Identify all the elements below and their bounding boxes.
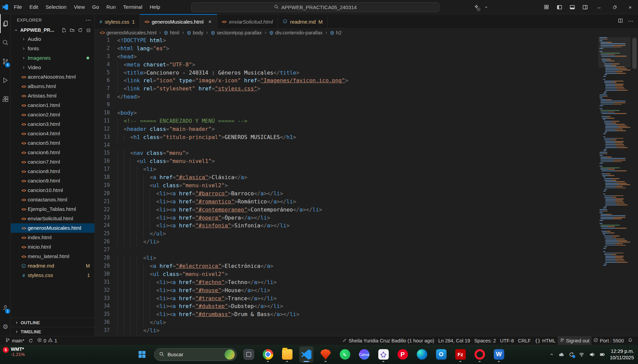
explorer-more-actions-icon[interactable]: ⋯ — [86, 17, 91, 23]
account-status-item[interactable]: Signed out — [558, 336, 591, 345]
file-row-fonts[interactable]: fonts — [11, 44, 95, 53]
file-row-acercaNosotros.html[interactable]: <>acercaNosotros.html — [11, 72, 95, 82]
customize-layout-icon[interactable] — [540, 0, 553, 14]
file-row-cancion3.html[interactable]: <>cancion3.html — [11, 119, 95, 129]
onedrive-cloud-icon[interactable] — [558, 352, 564, 358]
file-row-generosMusicales.html[interactable]: <>generosMusicales.html — [11, 223, 95, 233]
taskbar-app-outlook[interactable]: O — [434, 346, 448, 363]
workspace-section-header[interactable]: APPWEB_PR... — [11, 26, 95, 34]
menu-file[interactable]: File — [10, 0, 26, 14]
encoding-item[interactable]: UTF-8 — [498, 336, 516, 345]
menu-run[interactable]: Run — [103, 0, 120, 14]
notifications-item[interactable] — [626, 336, 635, 345]
file-row-inicio.html[interactable]: <>inicio.html — [11, 242, 95, 252]
eol-item[interactable]: CRLF — [516, 336, 533, 345]
run-debug-icon[interactable] — [0, 71, 11, 90]
file-row-styless.css[interactable]: #styless.css1 — [11, 271, 95, 280]
chevron-down-icon[interactable] — [483, 0, 489, 14]
file-row-enviarSolicitud.html[interactable]: <>enviarSolicitud.html — [11, 214, 95, 223]
editor-more-actions-icon[interactable]: ⋯ — [628, 18, 633, 24]
restore-button[interactable] — [607, 0, 622, 14]
file-row-index.html[interactable]: <>index.html — [11, 233, 95, 242]
code-editor[interactable]: 1234567891011121314151617181920212223242… — [95, 37, 638, 336]
file-row-cancion10.html[interactable]: <>cancion10.html — [11, 186, 95, 195]
wifi-icon[interactable] — [579, 352, 585, 358]
menu-selection[interactable]: Selection — [42, 0, 70, 14]
git-branch-item[interactable]: main* — [3, 336, 26, 345]
menu-go[interactable]: Go — [88, 0, 103, 14]
breadcrumb-item[interactable]: div.contenido-parallax — [269, 30, 323, 35]
breadcrumb-item[interactable]: body — [187, 30, 203, 35]
source-control-icon[interactable]: 4 — [0, 52, 11, 71]
menu-terminal[interactable]: Terminal — [120, 0, 146, 14]
breadcrumb-item[interactable]: section#pop.parallax — [211, 30, 262, 35]
new-file-icon[interactable] — [60, 26, 68, 34]
scrollbar-thumb[interactable] — [632, 38, 637, 69]
file-row-cancion1.html[interactable]: <>cancion1.html — [11, 101, 95, 110]
minimize-button[interactable]: – — [591, 0, 607, 14]
file-row-cancion2.html[interactable]: <>cancion2.html — [11, 110, 95, 119]
tab-readme.md[interactable]: readme.mdM — [278, 14, 328, 28]
split-editor-icon[interactable] — [618, 18, 623, 25]
taskbar-app-canva[interactable]: Canva — [357, 346, 371, 363]
taskbar-app-edge[interactable] — [415, 346, 429, 363]
indentation-item[interactable]: Spaces: 2 — [472, 336, 498, 345]
explorer-icon[interactable] — [0, 14, 11, 33]
file-row-cancion5.html[interactable]: <>cancion5.html — [11, 138, 95, 148]
file-row-cancion6.html[interactable]: <>cancion6.html — [11, 148, 95, 157]
file-row-Ejemplo_Tablas.html[interactable]: <>Ejemplo_Tablas.html — [11, 204, 95, 214]
sync-changes-item[interactable] — [26, 336, 35, 345]
battery-icon[interactable] — [599, 352, 606, 358]
minimap[interactable] — [599, 37, 631, 336]
file-row-Artistas.html[interactable]: <>Artistas.html — [11, 91, 95, 101]
file-row-menu_lateral.html[interactable]: <>menu_lateral.html — [11, 252, 95, 261]
tab-generosMusicales.html[interactable]: <>generosMusicales.html — [140, 14, 217, 28]
file-row-contactanos.html[interactable]: <>contactanos.html — [11, 195, 95, 204]
taskbar-app-opera[interactable] — [473, 346, 487, 363]
timeline-section[interactable]: TIMELINE — [11, 327, 95, 336]
collapse-all-icon[interactable] — [84, 26, 92, 34]
file-row-Imagenes[interactable]: Imagenes — [11, 53, 95, 63]
breadcrumb-item[interactable]: html — [164, 30, 179, 35]
outline-section[interactable]: OUTLINE — [11, 318, 95, 327]
toggle-secondary-sidebar-icon[interactable] — [579, 0, 591, 14]
taskbar-app-task-view[interactable] — [241, 346, 256, 363]
account-icon[interactable]: 1 — [0, 298, 11, 317]
close-button[interactable]: × — [622, 0, 638, 14]
breadcrumb-item[interactable]: <>generosMusicales.html — [100, 30, 156, 35]
hidden-icons-chevron-icon[interactable] — [550, 352, 554, 357]
taskbar-app-brave[interactable] — [318, 346, 333, 363]
search-icon[interactable] — [0, 33, 11, 52]
file-row-cancion4.html[interactable]: <>cancion4.html — [11, 129, 95, 138]
tab-enviarSolicitud.html[interactable]: <>enviarSolicitud.html — [217, 14, 278, 28]
live-server-port-item[interactable]: Port : 5500 — [591, 336, 626, 345]
problems-item[interactable]: 0 1 — [35, 336, 59, 345]
breadcrumb-item[interactable]: h2 — [330, 30, 341, 35]
taskbar-app-file-explorer[interactable] — [280, 346, 294, 363]
command-center[interactable]: APPWEB_PRACTICA05_240314 — [191, 2, 439, 12]
file-row-Audio[interactable]: Audio — [11, 34, 95, 44]
toggle-sidebar-icon[interactable] — [553, 0, 566, 14]
toggle-panel-icon[interactable] — [566, 0, 579, 14]
menu-view[interactable]: View — [70, 0, 88, 14]
language-mode-item[interactable]: {} HTML — [533, 336, 557, 345]
file-row-albums.html[interactable]: <>albums.html — [11, 82, 95, 91]
file-row-Video[interactable]: Video — [11, 63, 95, 72]
extensions-icon[interactable] — [0, 90, 11, 109]
widgets-button[interactable]: 5 WMT* -1.21% — [3, 346, 25, 357]
taskbar-app-chrome[interactable] — [261, 346, 275, 363]
copilot-icon[interactable]: x — [470, 0, 483, 14]
git-blame-item[interactable]: Sheila Yuridia Cruz Badillo (1 hour ago) — [340, 336, 436, 345]
taskbar-app-word[interactable]: W — [492, 346, 506, 363]
menu-help[interactable]: Help — [146, 0, 164, 14]
cursor-position-item[interactable]: Ln 284, Col 19 — [436, 336, 472, 345]
tab-styless.css[interactable]: #styless.css1 — [95, 14, 140, 28]
file-row-readme.md[interactable]: readme.mdM — [11, 261, 95, 271]
new-folder-icon[interactable] — [68, 26, 76, 34]
taskbar-app-filezilla[interactable]: Fz — [453, 346, 467, 363]
taskbar-clock[interactable]: 12:29 p.m. 10/11/2025 — [610, 348, 634, 361]
file-row-cancion9.html[interactable]: <>cancion9.html — [11, 176, 95, 186]
taskbar-app-diagram-app[interactable] — [376, 346, 390, 363]
start-button[interactable] — [134, 347, 149, 362]
taskbar-app-pinterest[interactable]: P — [395, 346, 410, 363]
